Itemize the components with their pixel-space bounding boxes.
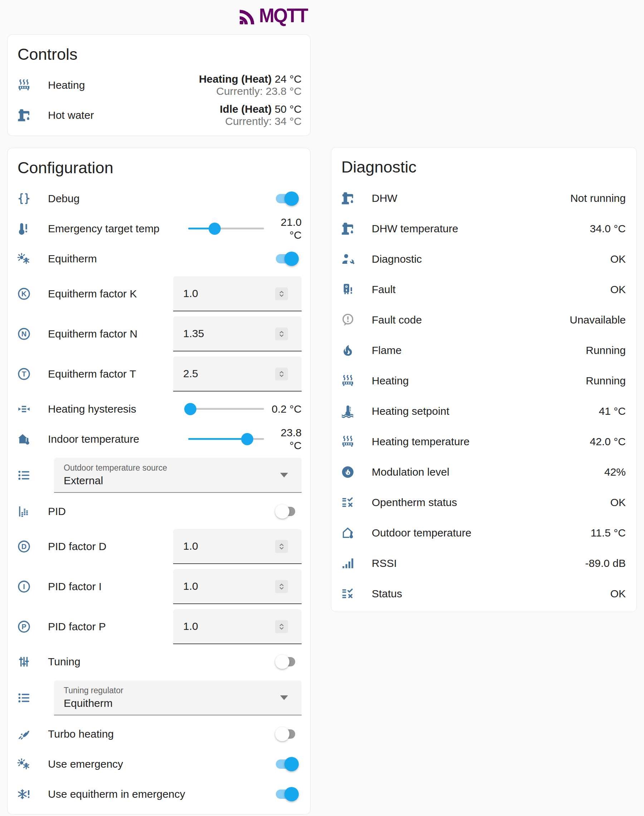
diag-row-heating-setpoint[interactable]: Heating setpoint 41 °C xyxy=(340,396,626,426)
mqtt-signal-icon xyxy=(239,6,257,25)
row-label: Heating setpoint xyxy=(372,405,449,417)
diag-row-rssi[interactable]: RSSI -89.0 dB xyxy=(340,548,626,578)
row-label: DHW xyxy=(372,192,397,204)
diag-row-status[interactable]: Status OK xyxy=(340,578,626,609)
pid-factor-d-input[interactable] xyxy=(173,540,273,552)
row-label: Heating temperature xyxy=(372,436,470,448)
row-label: Fault code xyxy=(372,314,422,326)
fault-code-value: Unavailable xyxy=(422,314,626,326)
diag-row-fault-code[interactable]: Fault code Unavailable xyxy=(340,305,626,335)
configuration-card-title: Configuration xyxy=(17,158,302,178)
controls-card: Controls Heating Heating (Heat) 24 °C Cu… xyxy=(7,34,311,136)
diag-row-heating-temperature[interactable]: Heating temperature 42.0 °C xyxy=(340,426,626,457)
radiator-icon xyxy=(340,374,355,388)
stepper-buttons[interactable] xyxy=(275,580,288,593)
alpha-p-circle-icon: P xyxy=(17,620,31,634)
config-row-heating-hysteresis: Heating hysteresis 0.2 °C xyxy=(16,394,302,424)
row-label: Modulation level xyxy=(372,466,449,478)
config-row-use-emergency: Use emergency xyxy=(16,749,302,779)
diag-row-heating[interactable]: Heating Running xyxy=(340,365,626,396)
row-label: Diagnostic xyxy=(372,253,422,265)
select-value: Equitherm xyxy=(64,696,302,710)
dropdown-arrow-icon[interactable] xyxy=(280,473,288,477)
debug-toggle[interactable] xyxy=(276,192,298,206)
tuning-toggle[interactable] xyxy=(276,655,298,669)
configuration-card: Configuration Debug Emergency target tem… xyxy=(7,148,311,814)
config-row-pid-factor-i: I PID factor I xyxy=(16,566,302,607)
alpha-d-circle-icon: D xyxy=(17,539,31,554)
slider-track[interactable] xyxy=(188,408,264,410)
diag-row-opentherm-status[interactable]: Opentherm status OK xyxy=(340,487,626,517)
pid-factor-p-field xyxy=(173,609,302,644)
slider-knob[interactable] xyxy=(184,403,196,415)
slider-knob[interactable] xyxy=(209,222,221,235)
row-label: Hot water xyxy=(48,109,94,121)
pid-factor-p-input[interactable] xyxy=(173,620,273,632)
controls-row-heating[interactable]: Heating Heating (Heat) 24 °C Currently: … xyxy=(16,70,302,100)
row-label: Status xyxy=(372,587,402,600)
arrow-collapse-horizontal-icon xyxy=(17,402,31,416)
stepper-buttons[interactable] xyxy=(275,327,288,341)
snowflake-alert-icon xyxy=(17,787,31,801)
mqtt-logo-text: MQTT xyxy=(259,3,307,27)
select-floating-label: Outdoor temperature source xyxy=(64,463,302,473)
tuning-regulator-select[interactable]: Tuning regulator Equitherm xyxy=(54,680,302,715)
diag-row-outdoor-temperature[interactable]: Outdoor temperature 11.5 °C xyxy=(340,517,626,548)
diagnostic-card-title: Diagnostic xyxy=(341,157,626,178)
pid-factor-i-input[interactable] xyxy=(173,580,273,592)
indoor-temperature-slider[interactable] xyxy=(188,432,264,446)
config-row-tuning-regulator: Tuning regulator Equitherm xyxy=(16,677,302,719)
controls-row-hot-water[interactable]: Hot water Idle (Heat) 50 °C Currently: 3… xyxy=(16,100,302,130)
use-equitherm-in-emergency-toggle[interactable] xyxy=(276,787,298,801)
water-boiler-alert-icon xyxy=(340,282,355,297)
diag-row-dhw[interactable]: DHW Not running xyxy=(340,183,626,213)
indoor-temperature-value: 23.8 °C xyxy=(264,426,302,452)
stepper-buttons[interactable] xyxy=(275,368,288,380)
config-row-emergency-target-temp: Emergency target temp 21.0 °C xyxy=(16,214,302,244)
format-list-icon xyxy=(17,691,31,705)
diag-row-diagnostic[interactable]: Diagnostic OK xyxy=(340,244,626,274)
heating-value: Running xyxy=(409,375,626,387)
config-row-turbo-heating: Turbo heating xyxy=(16,719,302,749)
svg-text:K: K xyxy=(21,290,27,298)
config-row-equitherm-factor-t: T Equitherm factor T xyxy=(16,354,302,394)
diag-row-flame[interactable]: Flame Running xyxy=(340,335,626,365)
alpha-t-circle-icon: T xyxy=(17,367,31,381)
row-label: Opentherm status xyxy=(372,496,457,509)
heating-hysteresis-slider[interactable] xyxy=(188,402,264,416)
home-thermometer-icon xyxy=(17,432,31,446)
outdoor-temperature-source-select[interactable]: Outdoor temperature source External xyxy=(54,458,302,493)
signal-icon xyxy=(340,556,355,571)
equitherm-toggle[interactable] xyxy=(276,252,298,266)
pid-toggle[interactable] xyxy=(276,504,298,518)
config-row-equitherm: Equitherm xyxy=(16,244,302,274)
svg-text:I: I xyxy=(23,583,25,591)
heating-hysteresis-value: 0.2 °C xyxy=(264,403,302,416)
equitherm-factor-k-input[interactable] xyxy=(173,287,273,299)
fire-icon xyxy=(340,343,355,357)
equitherm-factor-t-input[interactable] xyxy=(173,368,273,380)
select-floating-label: Tuning regulator xyxy=(64,686,302,695)
diag-row-dhw-temperature[interactable]: DHW temperature 34.0 °C xyxy=(340,213,626,244)
row-label: Turbo heating xyxy=(48,728,276,740)
use-emergency-toggle[interactable] xyxy=(276,757,298,771)
dropdown-arrow-icon[interactable] xyxy=(280,695,288,700)
stepper-buttons[interactable] xyxy=(275,287,288,300)
row-label: Emergency target temp xyxy=(48,222,188,235)
slider-knob[interactable] xyxy=(241,433,253,445)
config-row-outdoor-temperature-source: Outdoor temperature source External xyxy=(16,454,302,496)
emergency-target-temp-slider[interactable] xyxy=(188,222,264,236)
heating-setpoint-value: 41 °C xyxy=(449,405,626,417)
emergency-target-temp-value: 21.0 °C xyxy=(264,216,302,242)
diag-row-modulation-level[interactable]: Modulation level 42% xyxy=(340,457,626,487)
turbo-heating-toggle[interactable] xyxy=(276,727,298,741)
alpha-n-circle-icon: N xyxy=(17,327,31,341)
stepper-buttons[interactable] xyxy=(275,620,288,633)
config-row-indoor-temperature: Indoor temperature 23.8 °C xyxy=(16,424,302,454)
stepper-buttons[interactable] xyxy=(275,540,288,553)
equitherm-factor-n-input[interactable] xyxy=(173,327,273,340)
diag-row-fault[interactable]: Fault OK xyxy=(340,274,626,305)
config-row-pid-factor-d: D PID factor D xyxy=(16,526,302,566)
row-label: Heating xyxy=(372,375,409,387)
hot-water-current-temp: Currently: 34 °C xyxy=(94,115,302,127)
